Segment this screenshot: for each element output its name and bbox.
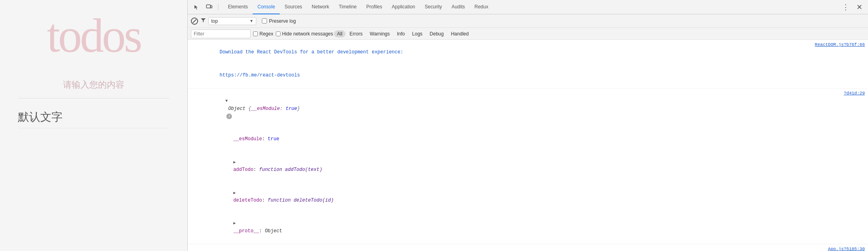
obj1-content: Object {__esModule: true} i __esModule: …	[191, 90, 841, 243]
obj2-source[interactable]: App.js?5185:30	[828, 245, 865, 251]
deletetodo-expand-1[interactable]	[233, 190, 237, 196]
download-source[interactable]: ReactDOM.js?b76f:66	[815, 41, 865, 47]
devtools-panel: Elements Console Sources Network Timelin…	[187, 0, 868, 251]
obj1-proto: __proto__: Object	[191, 212, 841, 243]
obj1-title-line: Object {__esModule: true} i	[191, 90, 841, 128]
context-dropdown-arrow: ▼	[249, 19, 253, 23]
download-message-content: Download the React DevTools for a better…	[191, 41, 812, 87]
regex-area: Regex	[253, 31, 273, 37]
devtools-toolbar: Elements Console Sources Network Timelin…	[188, 0, 868, 14]
filter-input[interactable]	[191, 29, 251, 38]
context-selector[interactable]: top ▼	[208, 17, 256, 25]
filter-funnel-icon[interactable]	[200, 18, 206, 24]
app-input-area[interactable]: 请输入您的内容	[18, 72, 169, 98]
obj1-addtodo: addTodo: function addTodo(text)	[191, 151, 841, 182]
console-message-obj1: Object {__esModule: true} i __esModule: …	[188, 88, 868, 244]
console-message-download: Download the React DevTools for a better…	[188, 40, 868, 88]
console-level-bar: Regex Hide network messages All Errors W…	[188, 28, 868, 40]
svg-rect-1	[211, 6, 212, 8]
app-todo-item: 默认文字	[18, 106, 169, 128]
console-filter-bar: top ▼ Preserve log	[188, 14, 868, 28]
more-tabs-button[interactable]: ⋮	[839, 3, 852, 12]
hide-network-label: Hide network messages	[282, 31, 333, 37]
obj1-title: Object {__esModule: true}	[225, 106, 300, 112]
obj1-esmodule: __esModule: true	[191, 128, 841, 151]
tab-redux[interactable]: Redux	[469, 0, 493, 14]
download-url: https://fb.me/react-devtools	[191, 64, 812, 87]
download-text: Download the React DevTools for a better…	[220, 49, 403, 55]
level-errors-btn[interactable]: Errors	[346, 30, 366, 37]
react-devtools-url[interactable]: https://fb.me/react-devtools	[220, 73, 300, 78]
download-line: Download the React DevTools for a better…	[191, 41, 812, 64]
obj1-deletetodo: deleteTodo: function deleteTodo(id)	[191, 181, 841, 212]
preserve-log-area: Preserve log	[262, 18, 296, 24]
regex-label: Regex	[259, 31, 273, 37]
preserve-log-checkbox[interactable]	[262, 18, 267, 24]
console-message-obj2: Object {} i addTodo: function () deleteT…	[188, 244, 868, 251]
obj2-header-row: Object {} i addTodo: function () deleteT…	[191, 245, 865, 251]
regex-checkbox[interactable]	[253, 31, 258, 36]
block-icon[interactable]	[191, 18, 198, 25]
addtodo-expand-1[interactable]	[233, 159, 237, 166]
tab-elements[interactable]: Elements	[223, 0, 253, 14]
app-title: todos	[47, 12, 140, 60]
tab-security[interactable]: Security	[420, 0, 447, 14]
obj1-info-icon[interactable]: i	[226, 114, 232, 119]
close-devtools-button[interactable]: ✕	[854, 3, 865, 12]
level-logs-btn[interactable]: Logs	[409, 30, 426, 37]
level-debug-btn[interactable]: Debug	[426, 30, 447, 37]
console-output: Download the React DevTools for a better…	[188, 40, 868, 251]
level-warnings-btn[interactable]: Warnings	[367, 30, 393, 37]
level-all-btn[interactable]: All	[334, 30, 346, 37]
tab-application[interactable]: Application	[387, 0, 420, 14]
app-panel: todos 请输入您的内容 默认文字	[0, 0, 187, 251]
obj1-expand-icon[interactable]	[225, 98, 229, 104]
svg-rect-0	[206, 5, 210, 8]
obj2-title-line: Object {} i	[191, 245, 825, 251]
obj1-header-row: Object {__esModule: true} i __esModule: …	[191, 90, 865, 243]
hide-network-checkbox[interactable]	[276, 31, 281, 36]
context-value: top	[211, 18, 218, 24]
preserve-log-label: Preserve log	[269, 18, 296, 24]
toolbar-separator	[218, 4, 218, 10]
tab-network[interactable]: Network	[307, 0, 334, 14]
obj2-content: Object {} i addTodo: function () deleteT…	[191, 245, 825, 251]
app-placeholder: 请输入您的内容	[18, 76, 169, 94]
tab-timeline[interactable]: Timeline	[334, 0, 361, 14]
tab-audits[interactable]: Audits	[447, 0, 469, 14]
device-icon-btn[interactable]	[204, 2, 215, 13]
hide-network-area: Hide network messages	[276, 31, 333, 37]
tab-console[interactable]: Console	[253, 0, 280, 14]
obj1-source[interactable]: ?d41d:29	[844, 90, 865, 96]
tab-sources[interactable]: Sources	[280, 0, 307, 14]
devtools-tabs: Elements Console Sources Network Timelin…	[223, 0, 493, 14]
level-info-btn[interactable]: Info	[394, 30, 408, 37]
tab-profiles[interactable]: Profiles	[361, 0, 387, 14]
cursor-icon-btn[interactable]	[191, 2, 202, 13]
level-handled-btn[interactable]: Handled	[448, 30, 472, 37]
proto-expand-1[interactable]	[233, 220, 237, 227]
